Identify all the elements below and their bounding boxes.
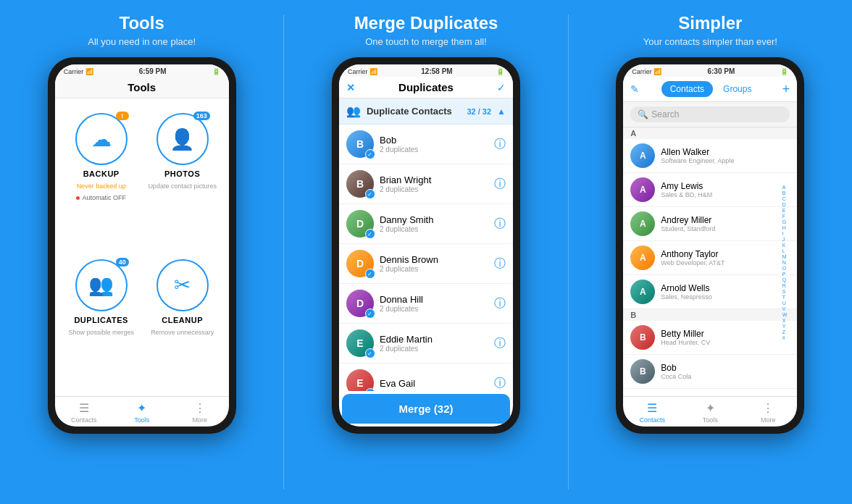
contact-betty[interactable]: B Betty Miller Head Hunter, CV [623,321,797,355]
phone2-statusbar: Carrier 📶 12:58 PM 🔋 [339,64,513,77]
dup-name: Brian Wright [380,175,488,185]
info-button[interactable]: ⓘ [494,376,506,391]
contact-andrey[interactable]: A Andrey Miller Student, Standford [623,207,797,241]
phone3-nav-tools[interactable]: ✦ Tools [681,401,739,424]
contact-arnold[interactable]: A Arnold Wells Sales, Nespresso [623,275,797,309]
tools-icon: ✦ [706,401,715,415]
avatar-anthony: A [630,245,655,270]
battery3: 🔋 [780,68,788,75]
carrier2: Carrier 📶 [348,68,377,75]
section-b: B [623,309,797,321]
duplicates-label: DUPLICATES [74,316,128,324]
avatar-eva: E ✓ [346,369,374,391]
dup-item-eddie[interactable]: E ✓ Eddie Martin 2 duplicates ⓘ [339,324,513,364]
dup-name: Dennis Brown [380,254,488,265]
search-placeholder: Search [651,109,679,119]
backup-label: BACKUP [83,169,120,178]
phone1-nav-more[interactable]: ⋮ More [171,401,229,424]
photos-label: PHOTOS [164,169,200,178]
dup-item-brian[interactable]: B ✓ Brian Wright 2 duplicates ⓘ [339,164,513,204]
contact-amy[interactable]: A Amy Lewis Sales & BD, H&M [623,173,797,207]
tool-cleanup-circle: ✂ [156,259,209,311]
info-button[interactable]: ⓘ [494,217,506,232]
dup-sub: 2 duplicates [380,265,488,273]
info-button[interactable]: ⓘ [494,336,506,351]
phone1-nav-tools[interactable]: ✦ Tools [113,401,171,424]
battery1: 🔋 [212,68,220,75]
contact-sub: Sales, Nespresso [661,293,790,301]
phone3-search-area: 🔍 Search [623,102,797,127]
contact-name: Betty Miller [661,329,790,339]
dup-item-donna[interactable]: D ✓ Donna Hill 2 duplicates ⓘ [339,284,513,324]
tools-nav-icon: ✦ [137,401,146,415]
tab-contacts[interactable]: Contacts [661,81,713,97]
contact-sub: Software Engineer, Apple [661,157,790,164]
contact-allen[interactable]: A Allen Walker Software Engineer, Apple [623,139,797,173]
dup-item-eva[interactable]: E ✓ Eva Gail ⓘ [339,364,513,391]
tool-duplicates[interactable]: 👥 40 DUPLICATES Show possible merges [67,259,136,382]
search-box[interactable]: 🔍 Search [630,106,790,122]
tool-photos[interactable]: 👤 163 PHOTOS Update contact pictures [148,113,217,248]
check-button[interactable]: ✓ [497,82,506,93]
panel3-title: Simpler [678,13,742,33]
info-button[interactable]: ⓘ [494,137,506,152]
dup-name: Eva Gail [380,378,488,389]
tabs: Contacts Groups [643,81,777,97]
dup-header[interactable]: 👥 Duplicate Contacts 32 / 32 ▲ [339,98,513,125]
contacts-icon: ☰ [647,401,657,415]
phone3-nav-contacts[interactable]: ☰ Contacts [623,401,681,424]
more-icon: ⋮ [762,401,774,415]
alpha-bar[interactable]: A B C D E F G H I J K L M N O P Q [782,184,788,340]
info-button[interactable]: ⓘ [494,177,506,192]
dup-list: B ✓ Bob 2 duplicates ⓘ B ✓ Brian W [339,125,513,391]
duplicates-sublabel: Show possible merges [68,329,134,336]
merge-panel: Merge Duplicates One touch to merge them… [284,0,567,504]
dup-check-icon: ✓ [365,189,375,199]
dup-sub: 2 duplicates [380,185,488,193]
duplicates-badge: 40 [116,258,129,266]
carrier3: Carrier 📶 [632,68,661,75]
phone2: Carrier 📶 12:58 PM 🔋 ✕ Duplicates ✓ 👥 Du… [332,57,520,434]
dup-header-icon: 👥 [346,104,361,118]
phone1-nav-contacts[interactable]: ☰ Contacts [55,401,113,424]
contact-sub: Student, Standford [661,225,790,232]
backup-auto: Automatic OFF [76,194,126,201]
dup-item-bob[interactable]: B ✓ Bob 2 duplicates ⓘ [339,125,513,164]
avatar-bob: B ✓ [346,130,374,158]
duplicates-icon: 👥 [88,273,114,297]
dup-item-dennis[interactable]: D ✓ Dennis Brown 2 duplicates ⓘ [339,244,513,284]
dup-sub: 2 duplicates [380,345,488,353]
contact-name: Anthony Taylor [661,249,790,259]
merge-button[interactable]: Merge (32) [342,394,510,424]
dup-name: Bob [380,135,488,146]
dup-check-icon: ✓ [365,229,375,239]
tool-cleanup[interactable]: ✂ CLEANUP Remove unnecessary [148,259,217,382]
avatar-dennis: D ✓ [346,250,374,277]
contact-anthony[interactable]: A Anthony Taylor Web Developer, AT&T [623,241,797,275]
phone2-nav: ✕ Duplicates ✓ [339,77,513,98]
avatar-betty: B [630,325,655,350]
close-button[interactable]: ✕ [346,82,355,93]
tools-grid: ☁ ! BACKUP Never backed up Automatic OFF… [55,98,229,396]
phone3-bottom-nav: ☰ Contacts ✦ Tools ⋮ More [623,396,797,427]
avatar-donna: D ✓ [346,290,374,317]
info-button[interactable]: ⓘ [494,256,506,272]
dup-name: Danny Smith [380,214,488,225]
dup-item-danny[interactable]: D ✓ Danny Smith 2 duplicates ⓘ [339,204,513,244]
dup-name: Eddie Martin [380,334,488,345]
avatar-brian: B ✓ [346,170,374,198]
avatar-bob: B [630,359,655,384]
tools-panel: Tools All you need in one place! Carrier… [0,0,283,504]
tab-groups[interactable]: Groups [714,81,760,97]
dup-check-icon: ✓ [365,149,375,159]
add-contact-button[interactable]: + [782,82,790,97]
backup-sublabel: Never backed up [77,182,126,190]
contact-bob[interactable]: B Bob Coca Cola [623,355,797,389]
info-button[interactable]: ⓘ [494,296,506,311]
contacts-nav-icon: ☰ [79,401,89,415]
phone3-nav-more[interactable]: ⋮ More [739,401,797,424]
phone1-statusbar: Carrier 📶 6:59 PM 🔋 [55,64,229,77]
tool-backup[interactable]: ☁ ! BACKUP Never backed up Automatic OFF [67,113,136,248]
edit-icon[interactable]: ✎ [630,83,639,95]
contact-sub: Head Hunter, CV [661,339,790,346]
